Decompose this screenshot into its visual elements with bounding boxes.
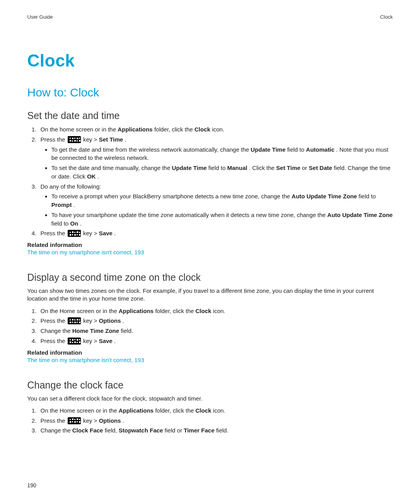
page-title: Clock — [27, 51, 393, 70]
sec1-step3-sub1: To receive a prompt when your BlackBerry… — [51, 192, 393, 209]
sec3-step3: Change the Clock Face field, Stopwatch F… — [38, 426, 393, 435]
sec1-related-heading: Related information — [27, 242, 393, 248]
sec3-heading: Change the clock face — [27, 380, 393, 391]
sec2-step4: Press the key > Save . — [38, 337, 393, 345]
sec1-step2-sub: To get the date and time from the wirele… — [40, 145, 393, 181]
sec3-steps: On the Home screen or in the Application… — [27, 406, 393, 435]
sec2-steps: On the Home screen or in the Application… — [27, 307, 393, 345]
sec2-related-heading: Related information — [27, 349, 393, 356]
menu-key-icon — [68, 230, 81, 237]
sec2-heading: Display a second time zone on the clock — [27, 272, 393, 283]
sec1-step3: Do any of the following: To receive a pr… — [38, 182, 393, 228]
menu-key-icon — [68, 317, 81, 324]
sec2-related-link[interactable]: The time on my smartphone isn't correct,… — [27, 357, 144, 363]
sec1-steps: On the home screen or in the Application… — [27, 125, 393, 238]
running-header: User Guide Clock — [27, 14, 393, 20]
sec3-step1: On the Home screen or in the Application… — [38, 406, 393, 415]
sec3-intro: You can set a different clock face for t… — [27, 395, 393, 402]
header-right: Clock — [380, 14, 393, 20]
menu-key-icon — [68, 136, 81, 143]
sec1-step2: Press the key > Set Time . To get the da… — [38, 135, 393, 181]
sec1-step2-sub1: To get the date and time from the wirele… — [51, 145, 393, 163]
menu-key-icon — [68, 338, 81, 345]
sec3-step2: Press the key > Options . — [38, 416, 393, 425]
sec1-related-link[interactable]: The time on my smartphone isn't correct,… — [27, 249, 144, 256]
sec1-step3-sub2: To have your smartphone update the time … — [51, 211, 393, 228]
document-page: User Guide Clock Clock How to: Clock Set… — [0, 0, 420, 504]
sec2-step3: Change the Home Time Zone field. — [38, 327, 393, 335]
sec1-step2-sub2: To set the date and time manually, chang… — [51, 164, 393, 181]
sec1-heading: Set the date and time — [27, 110, 393, 121]
sec2-step1: On the Home screen or in the Application… — [38, 307, 393, 315]
sec2-intro: You can show two times zones on the cloc… — [27, 287, 393, 303]
sec1-step4: Press the key > Save . — [38, 229, 393, 238]
menu-key-icon — [68, 417, 81, 424]
howto-heading: How to: Clock — [27, 86, 393, 99]
header-left: User Guide — [27, 14, 53, 20]
sec1-step1: On the home screen or in the Application… — [38, 125, 393, 134]
sec1-step3-sub: To receive a prompt when your BlackBerry… — [40, 192, 393, 228]
sec2-step2: Press the key > Options . — [38, 317, 393, 325]
page-number: 190 — [27, 482, 36, 488]
